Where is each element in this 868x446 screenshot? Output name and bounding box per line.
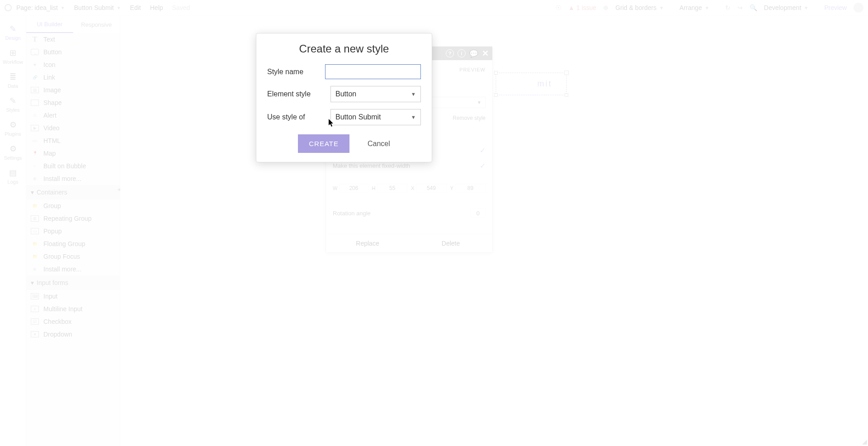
chevron-down-icon: ▼ [411, 91, 416, 97]
create-style-modal: Create a new style Style name Element st… [256, 33, 432, 162]
element-style-label: Element style [267, 90, 330, 98]
style-name-input[interactable] [325, 64, 421, 79]
create-button[interactable]: CREATE [298, 134, 349, 153]
modal-overlay[interactable] [0, 0, 868, 446]
element-style-select[interactable]: Button ▼ [330, 86, 421, 102]
use-style-of-label: Use style of [267, 113, 330, 121]
use-style-of-select[interactable]: Button Submit ▼ [330, 109, 421, 125]
cancel-button[interactable]: Cancel [368, 134, 390, 153]
modal-title: Create a new style [267, 43, 421, 55]
chevron-down-icon: ▼ [411, 114, 416, 120]
style-name-label: Style name [267, 68, 325, 76]
